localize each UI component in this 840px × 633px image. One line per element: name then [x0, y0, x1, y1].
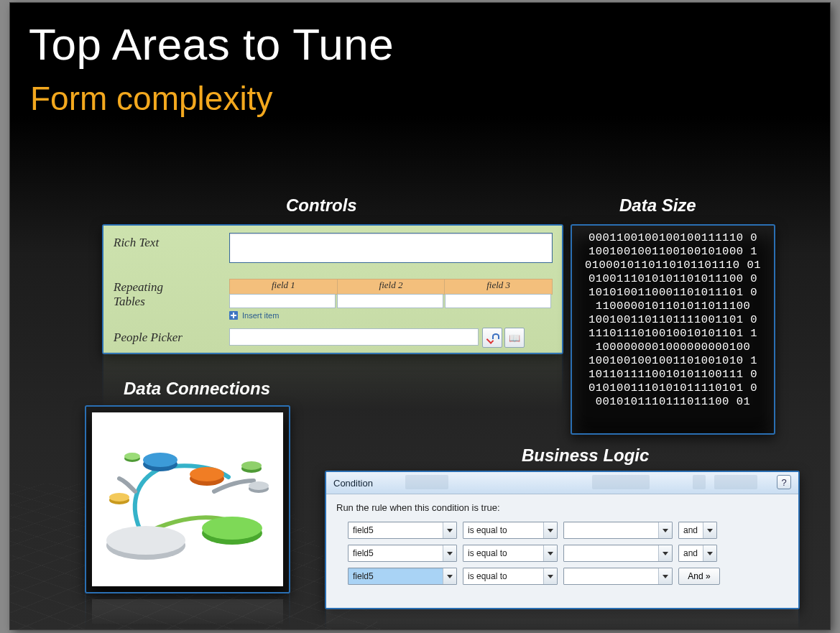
controls-panel: Rich Text Repeating Tables field 1 field… [102, 224, 563, 354]
svg-point-7 [143, 453, 177, 467]
operator-dropdown[interactable]: is equal to [463, 568, 558, 585]
blurred-background-item [405, 475, 448, 489]
repeating-table-header: field 1 field 2 field 3 [229, 279, 553, 295]
condition-instruction: Run the rule when this condition is true… [336, 502, 500, 513]
check-names-button[interactable] [482, 328, 502, 348]
controls-heading: Controls [286, 195, 357, 216]
businesslogic-heading: Business Logic [522, 445, 649, 466]
plus-icon [229, 311, 238, 320]
svg-point-3 [202, 517, 262, 540]
dialog-title: Condition [333, 478, 373, 489]
blurred-background-item [592, 475, 650, 489]
richtext-input[interactable] [229, 233, 553, 263]
repeating-table-row [229, 294, 551, 308]
chevron-down-icon [658, 568, 672, 584]
peoplepicker-label: People Picker [114, 331, 183, 345]
condition-row: field5 is equal to and [348, 521, 788, 540]
chevron-down-icon [703, 545, 716, 561]
blurred-background-item [714, 475, 757, 489]
datasize-panel: 0001100100100100111110 0 100100100110010… [571, 224, 775, 435]
cell-input[interactable] [445, 294, 551, 308]
slide-subtitle: Form complexity [30, 79, 272, 118]
chevron-down-icon [443, 545, 456, 561]
cell-input[interactable] [229, 294, 336, 308]
field-dropdown[interactable]: field5 [348, 568, 457, 585]
cell-input[interactable] [337, 294, 443, 308]
blurred-background-item [693, 475, 706, 489]
chevron-down-icon [658, 522, 672, 538]
svg-point-9 [241, 461, 262, 470]
svg-point-1 [106, 526, 185, 555]
dataconnections-graphic [92, 412, 283, 586]
svg-point-15 [124, 453, 140, 460]
dataconnections-reflection [85, 592, 290, 629]
peoplepicker-input[interactable] [229, 328, 479, 346]
field-dropdown[interactable]: field5 [348, 522, 457, 539]
operator-dropdown[interactable]: is equal to [463, 522, 558, 539]
chevron-down-icon [543, 545, 557, 561]
repeating-label-1: Repeating [114, 280, 163, 295]
field-dropdown[interactable]: field5 [348, 545, 457, 562]
chevron-down-icon [703, 522, 716, 538]
slide-title: Top Areas to Tune [29, 19, 394, 70]
conjunction-dropdown[interactable]: and [678, 522, 717, 539]
chevron-down-icon [443, 522, 456, 538]
chevron-down-icon [543, 522, 557, 538]
binary-text: 0001100100100100111110 0 100100100110010… [579, 231, 767, 428]
addressbook-icon: 📖 [509, 333, 520, 343]
slide: Top Areas to Tune Form complexity Contro… [10, 3, 830, 629]
checkname-icon [487, 333, 498, 343]
conjunction-dropdown[interactable]: and [678, 545, 717, 562]
businesslogic-panel: Condition ? Run the rule when this condi… [325, 471, 800, 609]
help-button[interactable]: ? [777, 475, 791, 489]
datasize-heading: Data Size [619, 195, 696, 216]
repeating-label-2: Tables [114, 295, 145, 309]
and-button[interactable]: And » [678, 568, 720, 585]
svg-point-13 [109, 493, 129, 502]
value-dropdown[interactable] [563, 568, 673, 585]
condition-dialog: Condition ? Run the rule when this condi… [326, 472, 798, 608]
condition-row: field5 is equal to And » [348, 567, 788, 586]
insert-item-link[interactable]: Insert item [229, 311, 279, 320]
value-dropdown[interactable] [563, 545, 673, 562]
svg-point-11 [249, 481, 269, 490]
dataconnections-panel [85, 405, 290, 593]
controls-form: Rich Text Repeating Tables field 1 field… [103, 226, 562, 353]
dialog-titlebar: Condition ? [326, 472, 798, 494]
richtext-label: Rich Text [114, 236, 159, 250]
operator-dropdown[interactable]: is equal to [463, 545, 558, 562]
businesslogic-reflection [325, 608, 800, 629]
svg-point-5 [190, 467, 224, 481]
condition-row: field5 is equal to and [348, 544, 788, 563]
value-dropdown[interactable] [563, 522, 673, 539]
chevron-down-icon [443, 568, 456, 584]
column-header-2: field 2 [338, 279, 446, 294]
column-header-1: field 1 [230, 279, 338, 294]
chevron-down-icon [543, 568, 557, 584]
browse-directory-button[interactable]: 📖 [504, 328, 525, 348]
controls-reflection [102, 352, 563, 411]
insert-item-label: Insert item [242, 311, 279, 320]
column-header-3: field 3 [445, 279, 552, 294]
chevron-down-icon [658, 545, 672, 561]
network-diagram-icon [92, 412, 283, 586]
